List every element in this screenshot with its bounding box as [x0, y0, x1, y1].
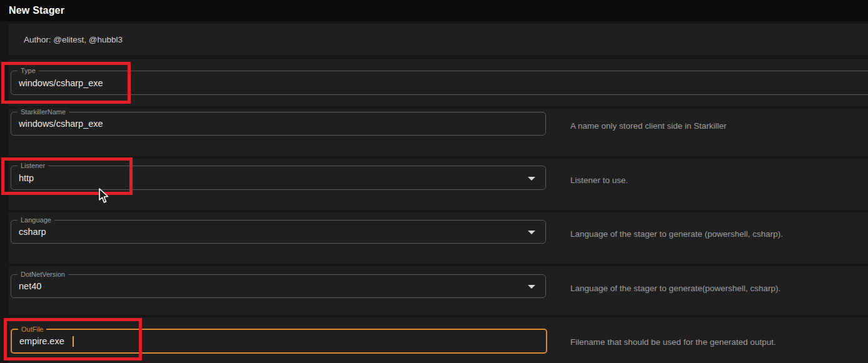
outfile-field[interactable]: OutFile empire.exe: [11, 329, 547, 354]
page-header: New Stager: [0, 0, 868, 21]
outfile-field-value: empire.exe: [12, 336, 72, 346]
dropdown-caret-icon: [528, 285, 535, 289]
author-text: Author: @elitest, @hubbl3: [24, 35, 123, 44]
dotnetversion-select[interactable]: DotNetVersion net40: [11, 274, 546, 298]
starkillername-field-value: windows/csharp_exe: [11, 119, 111, 129]
type-field-label: Type: [18, 66, 39, 75]
listener-select[interactable]: Listener http: [11, 166, 546, 190]
language-helper-text: Language of the stager to generate (powe…: [570, 229, 783, 239]
dropdown-caret-icon: [528, 231, 535, 234]
listener-select-label: Listener: [18, 161, 48, 170]
outfile-field-label: OutFile: [18, 325, 46, 334]
language-select-value: csharp: [11, 227, 54, 237]
listener-helper-text: Listener to use.: [570, 176, 628, 185]
dotnetversion-helper-text: Language of the stager to generate(power…: [570, 284, 780, 293]
text-caret: [73, 336, 74, 347]
language-select[interactable]: Language csharp: [11, 220, 546, 244]
dotnetversion-select-label: DotNetVersion: [18, 270, 68, 279]
dropdown-caret-icon: [528, 177, 535, 181]
starkillername-helper-text: A name only stored client side in Starki…: [570, 121, 727, 131]
outfile-helper-text: Filename that should be used for the gen…: [570, 337, 776, 347]
starkillername-field[interactable]: StarkillerName windows/csharp_exe: [11, 112, 546, 136]
author-panel: Author: @elitest, @hubbl3: [9, 24, 868, 55]
type-field-value: windows/csharp_exe: [11, 78, 111, 88]
dotnetversion-select-value: net40: [11, 281, 49, 291]
starkillername-field-label: StarkillerName: [18, 107, 69, 116]
new-stager-page: New Stager Author: @elitest, @hubbl3 Typ…: [0, 0, 868, 363]
page-title: New Stager: [9, 5, 64, 16]
type-field[interactable]: Type windows/csharp_exe: [11, 71, 868, 95]
listener-select-value: http: [11, 173, 41, 183]
language-select-label: Language: [18, 216, 54, 224]
